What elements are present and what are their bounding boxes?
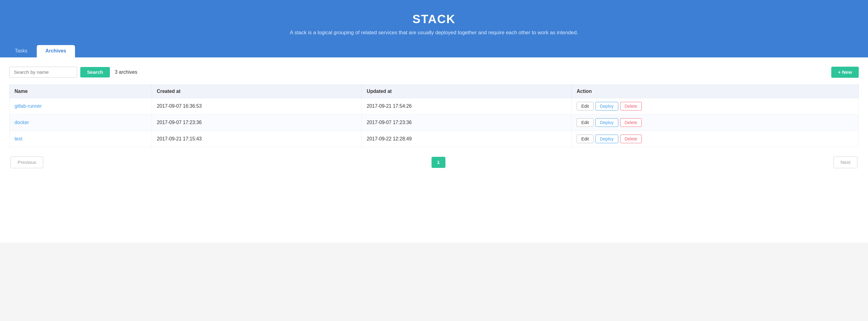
page-header: STACK A stack is a logical grouping of r… (0, 0, 868, 57)
main-content: Search 3 archives + New Name Created at … (0, 57, 868, 243)
archives-count: 3 archives (115, 69, 137, 75)
edit-button[interactable]: Edit (577, 102, 593, 110)
tab-tasks[interactable]: Tasks (6, 45, 36, 57)
delete-button[interactable]: Delete (620, 102, 642, 110)
search-input[interactable] (9, 67, 77, 78)
cell-updated: 2017-09-22 12:28:49 (362, 131, 572, 147)
search-button[interactable]: Search (80, 67, 110, 77)
deploy-button[interactable]: Deploy (595, 102, 618, 110)
tab-bar: Tasks Archives (6, 45, 862, 57)
pagination-center: 1 (432, 157, 445, 168)
page-1-button[interactable]: 1 (432, 157, 445, 168)
deploy-button[interactable]: Deploy (595, 135, 618, 143)
cell-name: docker (9, 115, 152, 131)
col-action: Action (572, 85, 859, 98)
delete-button[interactable]: Delete (620, 118, 642, 127)
table-row: test 2017-09-21 17:15:43 2017-09-22 12:2… (9, 131, 859, 147)
delete-button[interactable]: Delete (620, 135, 642, 143)
cell-name: gitlab-runner (9, 98, 152, 115)
col-updated: Updated at (362, 85, 572, 98)
archive-name-link[interactable]: test (14, 136, 22, 141)
table-row: docker 2017-09-07 17:23:36 2017-09-07 17… (9, 115, 859, 131)
archives-table: Name Created at Updated at Action gitlab… (9, 85, 859, 147)
page-title: STACK (6, 12, 862, 26)
action-buttons: Edit Deploy Delete (577, 135, 854, 143)
archive-name-link[interactable]: docker (14, 120, 29, 125)
edit-button[interactable]: Edit (577, 118, 593, 127)
previous-button[interactable]: Previous (10, 157, 43, 168)
tab-archives[interactable]: Archives (37, 45, 75, 57)
edit-button[interactable]: Edit (577, 135, 593, 143)
cell-created: 2017-09-07 16:36:53 (152, 98, 362, 115)
col-name: Name (9, 85, 152, 98)
table-row: gitlab-runner 2017-09-07 16:36:53 2017-0… (9, 98, 859, 115)
cell-name: test (9, 131, 152, 147)
col-created: Created at (152, 85, 362, 98)
cell-action: Edit Deploy Delete (572, 115, 859, 131)
next-button[interactable]: Next (833, 157, 858, 168)
pagination: Previous 1 Next (9, 157, 859, 168)
action-buttons: Edit Deploy Delete (577, 118, 854, 127)
archive-name-link[interactable]: gitlab-runner (14, 103, 42, 109)
new-button[interactable]: + New (831, 67, 859, 78)
action-buttons: Edit Deploy Delete (577, 102, 854, 110)
cell-action: Edit Deploy Delete (572, 98, 859, 115)
page-subtitle: A stack is a logical grouping of related… (6, 30, 862, 36)
cell-created: 2017-09-21 17:15:43 (152, 131, 362, 147)
cell-updated: 2017-09-21 17:54:26 (362, 98, 572, 115)
toolbar: Search 3 archives + New (9, 67, 859, 78)
cell-action: Edit Deploy Delete (572, 131, 859, 147)
cell-updated: 2017-09-07 17:23:36 (362, 115, 572, 131)
deploy-button[interactable]: Deploy (595, 118, 618, 127)
cell-created: 2017-09-07 17:23:36 (152, 115, 362, 131)
